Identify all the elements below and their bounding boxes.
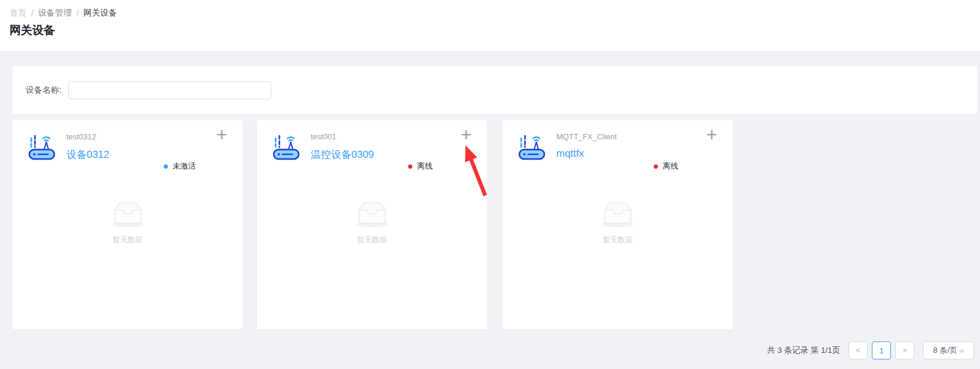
- router-icon: [271, 133, 301, 161]
- next-page-button[interactable]: >: [895, 341, 914, 359]
- device-status: 未激活: [164, 161, 196, 172]
- device-name-input[interactable]: [68, 81, 271, 99]
- device-card: test001 温控设备0309 离线 + 暂无数据: [257, 120, 487, 329]
- breadcrumb-device-management[interactable]: 设备管理: [38, 8, 72, 19]
- add-subdevice-button[interactable]: +: [458, 125, 474, 145]
- add-subdevice-button[interactable]: +: [213, 125, 230, 145]
- page-header: 首页 / 设备管理 / 网关设备 网关设备: [0, 0, 980, 51]
- status-label: 离线: [663, 161, 678, 172]
- router-icon: [517, 133, 547, 161]
- prev-page-button[interactable]: <: [849, 341, 868, 359]
- device-code: MQTT_FX_Client: [556, 132, 617, 141]
- device-code: test001: [311, 132, 336, 141]
- empty-box-icon: [106, 198, 149, 229]
- empty-text: 暂无数据: [13, 235, 243, 245]
- empty-box-icon: [351, 198, 394, 229]
- pagination: 共 3 条记录 第 1/1页 < 1 > 8 条/页 ∨: [0, 341, 974, 359]
- status-label: 未激活: [173, 161, 196, 172]
- empty-box-icon: [596, 198, 639, 229]
- status-dot-icon: [654, 164, 658, 169]
- pagination-summary: 共 3 条记录 第 1/1页: [767, 345, 840, 356]
- breadcrumb-separator: /: [76, 8, 79, 18]
- router-icon: [27, 133, 57, 161]
- filter-card: 设备名称:: [13, 66, 977, 114]
- breadcrumb: 首页 / 设备管理 / 网关设备: [10, 8, 117, 19]
- device-status: 离线: [654, 161, 678, 172]
- page-title: 网关设备: [10, 23, 55, 38]
- chevron-left-icon: <: [856, 346, 860, 355]
- empty-state: 暂无数据: [257, 198, 487, 245]
- chevron-right-icon: >: [902, 346, 906, 355]
- page-size-select[interactable]: 8 条/页 ∨: [923, 341, 974, 359]
- device-code: test0312: [66, 132, 96, 141]
- status-dot-icon: [164, 164, 168, 169]
- chevron-down-icon: ∨: [959, 347, 965, 354]
- page-number-label: 1: [879, 346, 883, 355]
- device-name-link[interactable]: mqttfx: [556, 148, 584, 160]
- empty-state: 暂无数据: [13, 198, 243, 245]
- empty-text: 暂无数据: [257, 235, 487, 245]
- breadcrumb-separator: /: [31, 8, 33, 18]
- add-subdevice-button[interactable]: +: [703, 125, 720, 145]
- device-card: test0312 设备0312 未激活 + 暂无数据: [13, 120, 243, 329]
- device-name-label: 设备名称:: [26, 85, 62, 96]
- status-label: 离线: [417, 161, 433, 172]
- empty-text: 暂无数据: [503, 235, 733, 245]
- empty-state: 暂无数据: [503, 198, 733, 245]
- breadcrumb-current: 网关设备: [84, 8, 117, 19]
- device-name-link[interactable]: 设备0312: [66, 148, 109, 161]
- breadcrumb-home[interactable]: 首页: [10, 8, 26, 19]
- status-dot-icon: [408, 164, 412, 169]
- device-status: 离线: [408, 161, 433, 172]
- page-number-button[interactable]: 1: [872, 341, 891, 359]
- device-name-link[interactable]: 温控设备0309: [311, 148, 374, 161]
- page-size-label: 8 条/页: [933, 345, 957, 356]
- device-card: MQTT_FX_Client mqttfx 离线 + 暂无数据: [503, 120, 733, 329]
